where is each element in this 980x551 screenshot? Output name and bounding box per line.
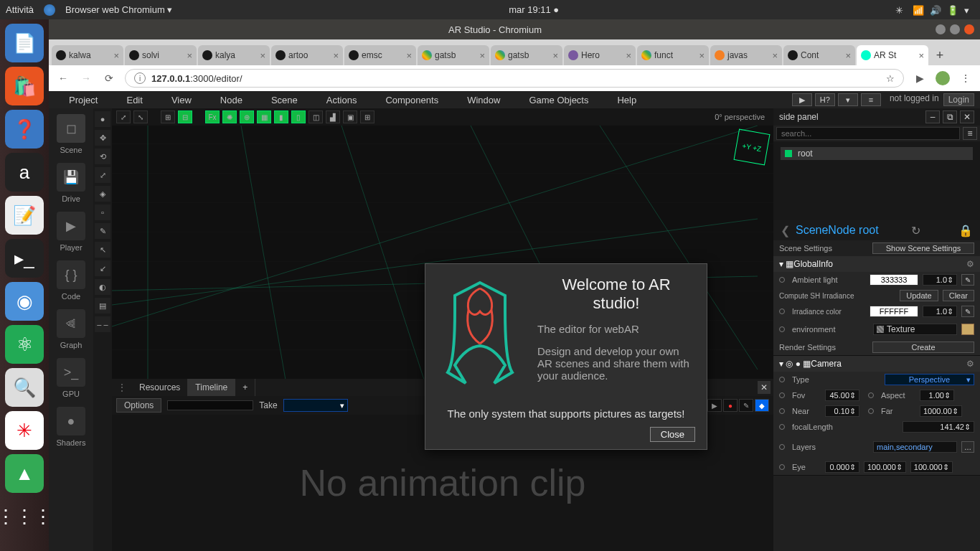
ambient-color[interactable]: 333333 (870, 274, 918, 286)
tab-close-icon[interactable]: × (113, 50, 119, 61)
tab-close-icon[interactable]: × (918, 50, 924, 61)
battery-icon[interactable]: 🔋 (947, 5, 957, 15)
menu-node[interactable]: Node (206, 95, 257, 105)
launcher-image-viewer[interactable]: 🔍 (5, 368, 44, 407)
vp-clip-icon[interactable]: ▯ (291, 110, 306, 123)
help-toggle[interactable]: H? (815, 93, 835, 106)
irradiance-picker-icon[interactable]: ✎ (961, 306, 974, 317)
chrome-menu-icon[interactable]: ⋮ (958, 71, 973, 85)
browser-tab[interactable]: gatsb× (418, 45, 489, 65)
activities[interactable]: Attività (6, 4, 34, 15)
tab-close-icon[interactable]: × (260, 50, 265, 61)
browser-tab[interactable]: javas× (710, 45, 782, 65)
tab-close-icon[interactable]: × (333, 50, 339, 61)
modal-close-button[interactable]: Close (650, 427, 695, 442)
timeline-slider[interactable] (167, 400, 253, 410)
launcher-chromium[interactable]: ◉ (5, 282, 44, 321)
tab-close-icon[interactable]: × (552, 50, 558, 61)
layers-more-icon[interactable]: … (961, 441, 974, 453)
search-input[interactable] (776, 127, 960, 140)
launcher-help[interactable]: ❓ (5, 110, 44, 149)
tree-item-root[interactable]: root (781, 147, 973, 160)
undo-icon[interactable]: ↻ (911, 224, 920, 237)
launcher-text-editor[interactable]: 📝 (5, 196, 44, 235)
tool-circle[interactable]: ● (95, 111, 110, 127)
near-value[interactable]: 0.10 ⇕ (825, 405, 859, 417)
chevron-left-icon[interactable]: ❮ (781, 224, 790, 237)
tab-close-icon[interactable]: × (406, 50, 412, 61)
tl-record[interactable]: ● (723, 399, 738, 412)
mode-player[interactable]: ▶Player (52, 209, 90, 258)
tab-close-icon[interactable]: × (479, 50, 485, 61)
menu-actions[interactable]: Actions (312, 95, 372, 105)
tool-scale[interactable]: ⤢ (95, 167, 110, 183)
panel-close[interactable]: ✕ (960, 110, 974, 123)
browser-tab[interactable]: emsc× (344, 45, 416, 65)
ambient-picker-icon[interactable]: ✎ (961, 274, 974, 286)
mode-shaders[interactable]: ●Shaders (52, 404, 90, 453)
clear-button[interactable]: Clear (943, 290, 974, 301)
folder-icon[interactable] (961, 324, 974, 335)
vp-film-icon[interactable]: ▮ (274, 110, 288, 123)
launcher-android-studio[interactable]: ▲ (5, 454, 44, 493)
tab-resources[interactable]: Resources (132, 379, 188, 396)
vp-grid-icon[interactable]: ⊟ (178, 110, 192, 123)
vp-collapse-icon[interactable]: ⤡ (133, 110, 148, 123)
window-close[interactable] (964, 24, 974, 34)
ambient-value[interactable]: 1.0⇕ (923, 274, 957, 286)
nav-reload[interactable]: ⟳ (102, 71, 116, 85)
tool-edit[interactable]: ✎ (95, 223, 110, 239)
launcher-software[interactable]: 🛍️ (5, 67, 44, 105)
mode-gpu[interactable]: >_GPU (52, 355, 90, 404)
mode-code[interactable]: { }Code (52, 258, 90, 306)
volume-icon[interactable]: 🔊 (930, 5, 940, 15)
tab-close-icon[interactable]: × (845, 50, 851, 61)
tool-eyedrop[interactable]: ◐ (95, 279, 110, 295)
profile-icon[interactable] (936, 71, 950, 85)
launcher-writer[interactable]: 📄 (5, 24, 44, 62)
login-button[interactable]: Login (943, 93, 974, 106)
wifi-icon[interactable]: 📶 (913, 5, 923, 15)
tool-minus[interactable]: – – (95, 316, 110, 332)
tool-select[interactable]: ↖ (95, 242, 110, 258)
type-select[interactable]: Perspective (885, 374, 974, 385)
tab-close-icon[interactable]: × (187, 50, 192, 61)
tab-close-icon[interactable]: × (699, 50, 705, 61)
vp-city-icon[interactable]: ▟ (326, 110, 340, 123)
tab-close-icon[interactable]: × (772, 50, 778, 61)
tl-marker[interactable]: ◆ (755, 399, 769, 412)
address-bar[interactable]: i 127.0.0.1:3000/editor/ ☆ (125, 69, 904, 88)
vp-light-icon[interactable]: ✺ (222, 110, 237, 123)
vp-square-icon[interactable]: ▣ (343, 110, 357, 123)
menu-game objects[interactable]: Game Objects (514, 95, 603, 105)
tab-close-icon[interactable]: × (626, 50, 631, 61)
browser-tab[interactable]: funct× (637, 45, 709, 65)
power-icon[interactable]: ▾ (964, 5, 974, 15)
indicator-icon[interactable]: ✳ (895, 5, 905, 15)
vp-expand-icon[interactable]: ⤢ (116, 110, 131, 123)
irradiance-value[interactable]: 1.0⇕ (923, 306, 957, 317)
browser-tab[interactable]: kalya× (198, 45, 270, 65)
browser-tab[interactable]: gatsb× (491, 45, 562, 65)
window-maximize[interactable] (950, 24, 960, 34)
vp-cam-icon[interactable]: ◫ (308, 110, 323, 123)
update-button[interactable]: Update (900, 290, 938, 301)
globalinfo-header[interactable]: ▾ ▦ GlobalInfo⚙ (773, 256, 980, 272)
layers-value[interactable]: main,secondary (873, 441, 957, 453)
bookmark-icon[interactable]: ☆ (886, 73, 895, 84)
eye-x[interactable]: 0.000 ⇕ (825, 461, 859, 473)
browser-tab[interactable]: artoo× (271, 45, 343, 65)
launcher-amazon[interactable]: a (5, 153, 44, 192)
eye-y[interactable]: 100.000 ⇕ (864, 461, 906, 473)
vp-fx-icon[interactable]: Fx (205, 110, 220, 123)
tab-timeline[interactable]: Timeline (188, 379, 235, 396)
nav-back[interactable]: ← (56, 71, 70, 85)
vp-cube-icon[interactable]: ⊞ (360, 110, 374, 123)
texture-slot[interactable]: Texture (873, 324, 957, 335)
tool-gizmo[interactable]: ◈ (95, 186, 110, 202)
gear-icon[interactable]: ⚙ (966, 359, 974, 369)
browser-tab[interactable]: Cont× (783, 45, 855, 65)
panel-minimize[interactable]: – (925, 110, 940, 123)
toolbar-dropdown[interactable]: ▾ (838, 93, 858, 106)
launcher-slack[interactable]: ✳ (5, 411, 44, 450)
